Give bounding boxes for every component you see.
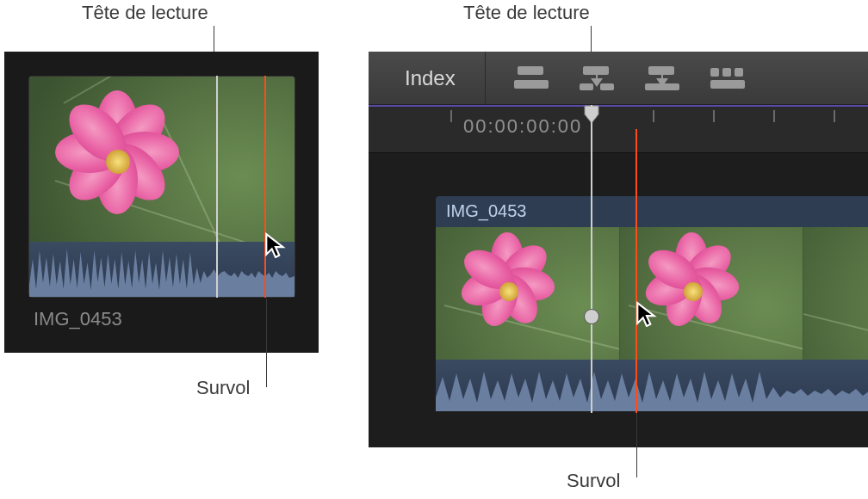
timeline-audio-waveform — [436, 360, 868, 411]
callout-skimmer-left: Survol — [196, 377, 250, 399]
browser-filmstrip — [29, 77, 294, 242]
playhead-knob[interactable] — [585, 310, 598, 323]
browser-clip-name: IMG_0453 — [34, 308, 122, 330]
timeline-clip[interactable]: IMG_0453 — [436, 196, 868, 411]
timeline-toolbar: Index — [369, 52, 868, 105]
timecode-label: 00:00:00:00 — [463, 115, 582, 138]
index-button[interactable]: Index — [369, 52, 486, 105]
svg-rect-4 — [600, 83, 614, 90]
callout-playhead-left: Tête de lecture — [82, 2, 208, 24]
callout-line-skimmer-right — [636, 413, 637, 477]
edit-tool-group — [486, 60, 751, 96]
append-clip-icon[interactable] — [574, 60, 620, 96]
callout-playhead-right: Tête de lecture — [463, 2, 590, 24]
svg-rect-3 — [580, 83, 593, 90]
browser-audio-waveform — [29, 242, 294, 297]
svg-rect-1 — [514, 80, 549, 89]
timeline-filmstrip — [436, 227, 868, 360]
insert-clip-icon[interactable] — [508, 60, 555, 96]
browser-panel: IMG_0453 — [4, 52, 319, 353]
svg-rect-6 — [645, 83, 679, 90]
svg-rect-5 — [648, 66, 674, 75]
browser-clip[interactable] — [28, 76, 295, 298]
svg-rect-9 — [735, 68, 743, 77]
timeline-skimmer[interactable] — [636, 129, 637, 413]
index-button-label: Index — [405, 66, 456, 90]
svg-rect-10 — [710, 80, 745, 89]
browser-playhead[interactable] — [216, 76, 218, 298]
svg-rect-7 — [710, 68, 719, 77]
svg-rect-2 — [583, 66, 609, 75]
timeline-panel: Index — [369, 52, 868, 447]
callout-line-skimmer-left — [266, 299, 267, 387]
timeline-ruler[interactable]: 00:00:00:00 — [369, 105, 868, 153]
svg-rect-8 — [722, 68, 731, 77]
browser-skimmer[interactable] — [264, 76, 266, 298]
callout-skimmer-right: Survol — [567, 470, 620, 492]
overwrite-clip-icon[interactable] — [704, 60, 751, 96]
timeline-playhead[interactable] — [591, 105, 592, 413]
flower-image — [45, 85, 191, 231]
clip-title-label: IMG_0453 — [446, 201, 526, 220]
clip-title-bar: IMG_0453 — [436, 196, 868, 227]
connect-clip-icon[interactable] — [639, 60, 685, 96]
svg-rect-0 — [518, 66, 543, 75]
